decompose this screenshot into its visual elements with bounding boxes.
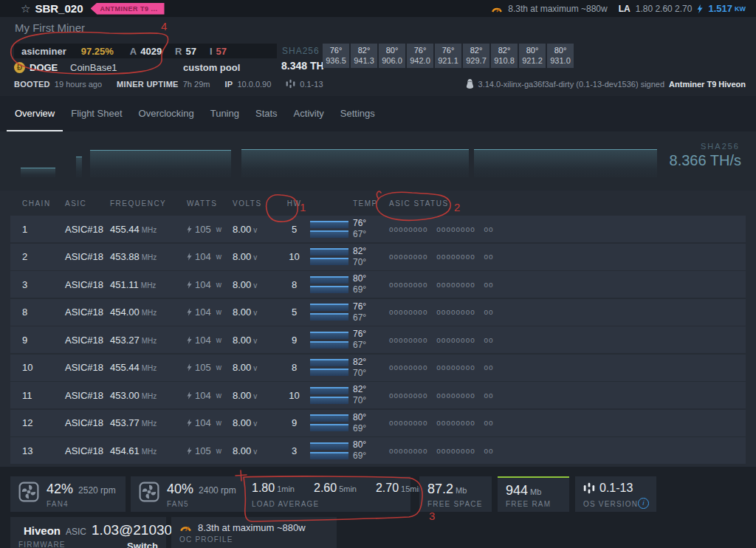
load-15min: 2.70 — [376, 482, 399, 494]
kernel-info-row: 3.14.0-xilinx-ga36f3af-dirty (0.1-13-dev… — [466, 79, 746, 89]
uptime-label: MINER UPTIME — [117, 80, 179, 89]
fan4-card: 42%2520 rpm FAN4 — [10, 476, 126, 512]
linux-penguin-icon — [466, 79, 474, 89]
worker-name: SBR_020 — [35, 2, 83, 15]
table-row[interactable]: 1ASIC#18 455.44MHz 105w 8.00v 5 76°67° o… — [10, 216, 746, 242]
temp-cell: 80°906.0 — [379, 44, 405, 68]
free-ram-value: 944 — [506, 483, 528, 498]
free-space-label: FREE SPACE — [427, 500, 483, 508]
chart-area-segment — [474, 149, 657, 177]
fan5-rpm: 2400 rpm — [199, 485, 236, 496]
free-space-card: 87.2Mb FREE SPACE — [419, 476, 492, 512]
table-row[interactable]: 10ASIC#18 455.44MHz 105w 8.00v 8 82°70° … — [10, 355, 746, 381]
temp-bars — [310, 248, 353, 265]
footer-stats: 42%2520 rpm FAN4 40%2400 rpm FAN5 1.801m… — [0, 467, 756, 548]
tab-flight-sheet[interactable]: Flight Sheet — [63, 96, 130, 131]
load-average-card: 1.801min 2.605min 2.7015min LOAD AVERAGE — [244, 476, 410, 512]
favorite-star-icon[interactable]: ☆ — [21, 2, 30, 16]
kernel-version: 3.14.0-xilinx-ga36f3af-dirty (0.1-13-dev… — [478, 80, 665, 89]
os-version-label: OS VERSION — [583, 500, 638, 508]
chart-area-segment — [21, 168, 55, 177]
miner-model-name: Antminer T9 Hiveon — [669, 80, 746, 89]
watts-bolt-icon — [187, 391, 192, 400]
fan4-label: FAN4 — [47, 500, 69, 508]
oc-profile-value[interactable]: 8.3th at maximum ~880w — [198, 522, 306, 533]
temp-bars — [310, 276, 353, 293]
tab-overview[interactable]: Overview — [7, 96, 63, 131]
accepted-label: A — [130, 46, 137, 57]
asic-status-dots: oooooooo oooooooo oo — [389, 336, 746, 344]
watts-bolt-icon — [187, 308, 192, 316]
fan4-rpm: 2520 rpm — [78, 485, 116, 496]
table-row[interactable]: 8ASIC#18 454.00MHz 104w 8.00v 5 76°67° o… — [10, 299, 746, 326]
table-row[interactable]: 3ASIC#18 451.11MHz 104w 8.00v 8 80°69° o… — [10, 271, 746, 298]
temp-bars — [310, 387, 353, 404]
chart-area-segment — [90, 150, 231, 177]
tab-settings[interactable]: Settings — [332, 96, 383, 131]
ip-label: IP — [224, 80, 233, 89]
chains-table: CHAIN ASIC FREQUENCY WATTS VOLTS HW TEMP… — [0, 191, 756, 467]
free-ram-card: 944Mb FREE RAM — [498, 476, 569, 512]
col-hw: HW — [278, 199, 310, 208]
gauge-icon — [491, 4, 503, 13]
table-row[interactable]: 9ASIC#18 453.27MHz 104w 8.00v 9 76°67° o… — [10, 326, 746, 353]
uptime-value: 7h 29m — [183, 80, 210, 89]
fan5-card: 40%2400 rpm FAN5 — [131, 476, 246, 512]
watts-bolt-icon — [187, 253, 192, 261]
asic-status-dots: oooooooo oooooooo oo — [389, 447, 746, 455]
hashrate-chart: SHA256 8.366 TH/s — [0, 131, 756, 191]
chart-area-segment — [76, 157, 82, 177]
watts-bolt-icon — [187, 419, 192, 427]
temp-cell: 80°931.0 — [547, 44, 574, 68]
algo-label: SHA256 — [282, 46, 320, 56]
table-header: CHAIN ASIC FREQUENCY WATTS VOLTS HW TEMP… — [10, 191, 746, 216]
firmware-product: ASIC — [66, 527, 86, 537]
temp-bars — [310, 221, 353, 238]
asic-status-dots: oooooooo oooooooo oo — [389, 419, 746, 427]
accepted-count: 4029 — [140, 46, 162, 57]
table-row[interactable]: 13ASIC#18 454.61MHz 105w 8.00v 3 80°69° … — [10, 437, 746, 464]
chart-hashrate-value: 8.366 TH/s — [670, 152, 741, 169]
fan5-percent: 40% — [167, 482, 193, 496]
power-bolt-icon — [697, 4, 703, 13]
table-row[interactable]: 11ASIC#18 453.00MHz 104w 8.00v 10 82°70°… — [10, 382, 746, 408]
asic-status-dots: oooooooo oooooooo oo — [389, 363, 746, 371]
temp-bars — [310, 414, 353, 431]
asic-status-dots: oooooooo oooooooo oo — [389, 308, 746, 316]
temp-bars — [310, 359, 353, 376]
info-icon[interactable]: i — [638, 498, 649, 509]
tab-tuning[interactable]: Tuning — [202, 96, 247, 131]
table-row[interactable]: 2ASIC#18 453.88MHz 104w 8.00v 10 82°70° … — [10, 244, 746, 270]
firmware-card: Hiveon ASIC 1.03@210305 FIRMWARE Switch — [10, 517, 166, 548]
asic-status-dots: oooooooo oooooooo oo — [389, 253, 746, 261]
farm-group-name[interactable]: My First Miner — [15, 21, 85, 34]
invalid-count: 57 — [216, 46, 227, 57]
rejected-count: 57 — [186, 46, 196, 57]
power-unit: KW — [735, 5, 746, 13]
watts-bolt-icon — [187, 225, 192, 233]
os-version-card: 0.1-13 OS VERSION i — [575, 476, 656, 512]
free-ram-label: FREE RAM — [506, 500, 551, 508]
miner-model-badge[interactable]: ANTMINER T9 ... — [91, 3, 165, 15]
booted-label: BOOTED — [14, 80, 50, 89]
gauge-icon — [179, 523, 192, 532]
col-temp: TEMP — [353, 199, 389, 208]
watts-bolt-icon — [187, 336, 192, 344]
os-version-value: 0.1-13 — [599, 482, 633, 495]
firmware-switch-button[interactable]: Switch — [127, 541, 158, 548]
power-consumption: 1.517 — [708, 3, 732, 14]
asic-status-dots: oooooooo oooooooo oo — [389, 225, 746, 233]
wallet-name[interactable]: CoinBase1 — [70, 62, 117, 73]
load-1min: 1.80 — [252, 482, 275, 494]
temp-cell: 82°929.7 — [463, 44, 489, 68]
table-row[interactable]: 12ASIC#18 453.77MHz 104w 8.00v 9 80°69° … — [10, 410, 746, 436]
tab-overclocking[interactable]: Overclocking — [131, 96, 202, 131]
tab-stats[interactable]: Stats — [247, 96, 286, 131]
rejected-label: R — [175, 46, 182, 57]
col-asic-status: ASIC STATUS — [389, 199, 746, 208]
ip-value[interactable]: 10.0.0.90 — [237, 80, 271, 89]
hive-client-icon — [286, 79, 295, 89]
tab-activity[interactable]: Activity — [286, 96, 332, 131]
topbar-summary: 8.3th at maximum ~880w LA 1.80 2.60 2.70… — [491, 3, 746, 14]
firmware-label: FIRMWARE — [18, 541, 66, 548]
